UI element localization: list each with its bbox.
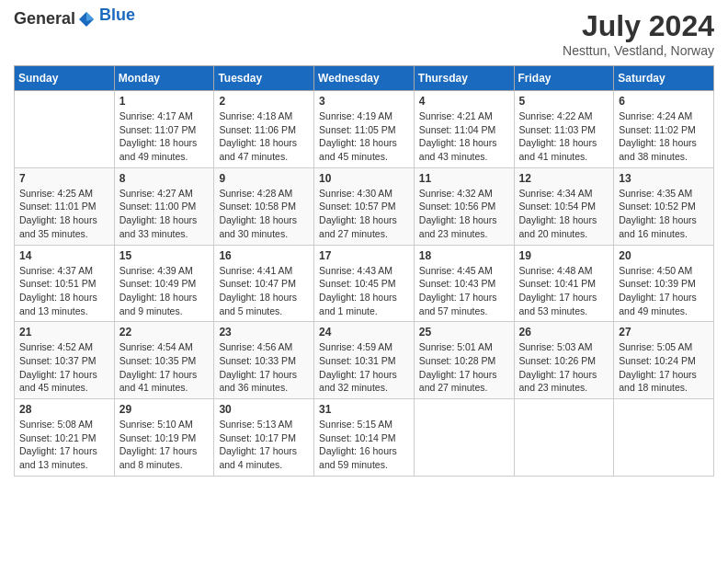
day-number: 25	[419, 326, 509, 339]
calendar-table: SundayMondayTuesdayWednesdayThursdayFrid…	[14, 65, 714, 477]
calendar-cell: 27Sunrise: 5:05 AMSunset: 10:24 PMDaylig…	[614, 322, 714, 399]
logo: General Blue	[14, 9, 135, 29]
day-info: Sunrise: 5:05 AMSunset: 10:24 PMDaylight…	[619, 340, 709, 395]
calendar-cell: 28Sunrise: 5:08 AMSunset: 10:21 PMDaylig…	[15, 399, 115, 477]
calendar-cell: 26Sunrise: 5:03 AMSunset: 10:26 PMDaylig…	[514, 322, 614, 399]
location-subtitle: Nesttun, Vestland, Norway	[563, 43, 714, 58]
column-header-sunday: Sunday	[15, 66, 115, 91]
day-info: Sunrise: 4:59 AMSunset: 10:31 PMDaylight…	[319, 340, 409, 395]
calendar-cell	[614, 399, 714, 477]
week-row-1: 1Sunrise: 4:17 AMSunset: 11:07 PMDayligh…	[15, 91, 714, 168]
day-number: 28	[19, 403, 109, 416]
header-row: SundayMondayTuesdayWednesdayThursdayFrid…	[15, 66, 714, 91]
day-number: 4	[419, 95, 509, 108]
day-info: Sunrise: 4:39 AMSunset: 10:49 PMDaylight…	[119, 264, 210, 318]
day-info: Sunrise: 4:45 AMSunset: 10:43 PMDaylight…	[419, 264, 509, 318]
calendar-cell: 25Sunrise: 5:01 AMSunset: 10:28 PMDaylig…	[414, 322, 514, 399]
week-row-3: 14Sunrise: 4:37 AMSunset: 10:51 PMDaylig…	[15, 245, 714, 322]
day-number: 19	[519, 249, 609, 262]
day-info: Sunrise: 4:35 AMSunset: 10:52 PMDaylight…	[619, 187, 709, 241]
day-number: 3	[319, 95, 409, 108]
calendar-cell: 6Sunrise: 4:24 AMSunset: 11:02 PMDayligh…	[614, 91, 714, 168]
calendar-cell: 20Sunrise: 4:50 AMSunset: 10:39 PMDaylig…	[614, 245, 714, 322]
day-info: Sunrise: 4:19 AMSunset: 11:05 PMDaylight…	[319, 109, 409, 164]
column-header-friday: Friday	[514, 66, 614, 91]
calendar-cell: 21Sunrise: 4:52 AMSunset: 10:37 PMDaylig…	[15, 322, 115, 399]
column-header-wednesday: Wednesday	[314, 66, 415, 91]
day-number: 6	[619, 95, 709, 108]
week-row-4: 21Sunrise: 4:52 AMSunset: 10:37 PMDaylig…	[15, 322, 714, 399]
day-number: 16	[219, 249, 309, 262]
day-number: 7	[19, 172, 109, 185]
day-info: Sunrise: 4:56 AMSunset: 10:33 PMDaylight…	[219, 340, 309, 395]
day-info: Sunrise: 4:30 AMSunset: 10:57 PMDaylight…	[319, 187, 409, 241]
day-number: 18	[419, 249, 509, 262]
calendar-cell: 10Sunrise: 4:30 AMSunset: 10:57 PMDaylig…	[314, 167, 415, 245]
day-number: 11	[419, 172, 509, 185]
calendar-cell: 8Sunrise: 4:27 AMSunset: 11:00 PMDayligh…	[114, 167, 214, 245]
day-info: Sunrise: 4:28 AMSunset: 10:58 PMDaylight…	[219, 187, 309, 241]
day-number: 12	[519, 172, 609, 185]
week-row-2: 7Sunrise: 4:25 AMSunset: 11:01 PMDayligh…	[15, 167, 714, 245]
day-info: Sunrise: 4:21 AMSunset: 11:04 PMDaylight…	[419, 109, 509, 164]
day-info: Sunrise: 4:41 AMSunset: 10:47 PMDaylight…	[219, 264, 309, 318]
day-number: 24	[319, 326, 409, 339]
calendar-cell: 9Sunrise: 4:28 AMSunset: 10:58 PMDayligh…	[214, 167, 314, 245]
calendar-cell: 22Sunrise: 4:54 AMSunset: 10:35 PMDaylig…	[114, 322, 214, 399]
calendar-cell: 4Sunrise: 4:21 AMSunset: 11:04 PMDayligh…	[414, 91, 514, 168]
calendar-cell: 30Sunrise: 5:13 AMSunset: 10:17 PMDaylig…	[214, 399, 314, 477]
calendar-cell: 23Sunrise: 4:56 AMSunset: 10:33 PMDaylig…	[214, 322, 314, 399]
header: General Blue July 2024 Nesttun, Vestland…	[14, 9, 714, 58]
calendar-cell: 24Sunrise: 4:59 AMSunset: 10:31 PMDaylig…	[314, 322, 415, 399]
calendar-cell	[15, 91, 115, 168]
column-header-tuesday: Tuesday	[214, 66, 314, 91]
day-number: 5	[519, 95, 609, 108]
day-number: 21	[19, 326, 109, 339]
day-number: 30	[219, 403, 309, 416]
day-number: 20	[619, 249, 709, 262]
day-number: 9	[219, 172, 309, 185]
day-number: 23	[219, 326, 309, 339]
day-number: 15	[119, 249, 210, 262]
calendar-cell: 13Sunrise: 4:35 AMSunset: 10:52 PMDaylig…	[614, 167, 714, 245]
day-info: Sunrise: 5:08 AMSunset: 10:21 PMDaylight…	[19, 418, 109, 472]
calendar-cell: 31Sunrise: 5:15 AMSunset: 10:14 PMDaylig…	[314, 399, 415, 477]
day-info: Sunrise: 4:54 AMSunset: 10:35 PMDaylight…	[119, 340, 210, 395]
calendar-cell	[514, 399, 614, 477]
day-number: 27	[619, 326, 709, 339]
day-number: 1	[119, 95, 210, 108]
day-info: Sunrise: 4:50 AMSunset: 10:39 PMDaylight…	[619, 264, 709, 318]
day-info: Sunrise: 4:18 AMSunset: 11:06 PMDaylight…	[219, 109, 309, 164]
calendar-cell: 11Sunrise: 4:32 AMSunset: 10:56 PMDaylig…	[414, 167, 514, 245]
calendar-cell: 12Sunrise: 4:34 AMSunset: 10:54 PMDaylig…	[514, 167, 614, 245]
week-row-5: 28Sunrise: 5:08 AMSunset: 10:21 PMDaylig…	[15, 399, 714, 477]
column-header-saturday: Saturday	[614, 66, 714, 91]
title-area: July 2024 Nesttun, Vestland, Norway	[563, 9, 714, 58]
day-info: Sunrise: 4:22 AMSunset: 11:03 PMDaylight…	[519, 109, 609, 164]
column-header-thursday: Thursday	[414, 66, 514, 91]
day-info: Sunrise: 5:15 AMSunset: 10:14 PMDaylight…	[319, 418, 409, 472]
day-info: Sunrise: 4:34 AMSunset: 10:54 PMDaylight…	[519, 187, 609, 241]
day-info: Sunrise: 4:27 AMSunset: 11:00 PMDaylight…	[119, 187, 210, 241]
day-info: Sunrise: 4:24 AMSunset: 11:02 PMDaylight…	[619, 109, 709, 164]
calendar-cell: 2Sunrise: 4:18 AMSunset: 11:06 PMDayligh…	[214, 91, 314, 168]
day-info: Sunrise: 4:37 AMSunset: 10:51 PMDaylight…	[19, 264, 109, 318]
logo-blue-text: Blue	[99, 6, 135, 25]
day-number: 17	[319, 249, 409, 262]
day-info: Sunrise: 4:32 AMSunset: 10:56 PMDaylight…	[419, 187, 509, 241]
day-info: Sunrise: 5:03 AMSunset: 10:26 PMDaylight…	[519, 340, 609, 395]
calendar-cell: 3Sunrise: 4:19 AMSunset: 11:05 PMDayligh…	[314, 91, 415, 168]
calendar-cell: 7Sunrise: 4:25 AMSunset: 11:01 PMDayligh…	[15, 167, 115, 245]
day-number: 14	[19, 249, 109, 262]
day-info: Sunrise: 5:10 AMSunset: 10:19 PMDaylight…	[119, 418, 210, 472]
day-info: Sunrise: 4:52 AMSunset: 10:37 PMDaylight…	[19, 340, 109, 395]
calendar-cell: 5Sunrise: 4:22 AMSunset: 11:03 PMDayligh…	[514, 91, 614, 168]
day-number: 2	[219, 95, 309, 108]
day-number: 29	[119, 403, 210, 416]
calendar-cell: 14Sunrise: 4:37 AMSunset: 10:51 PMDaylig…	[15, 245, 115, 322]
calendar-cell: 1Sunrise: 4:17 AMSunset: 11:07 PMDayligh…	[114, 91, 214, 168]
calendar-cell: 16Sunrise: 4:41 AMSunset: 10:47 PMDaylig…	[214, 245, 314, 322]
month-title: July 2024	[563, 9, 714, 43]
day-number: 13	[619, 172, 709, 185]
calendar-cell: 18Sunrise: 4:45 AMSunset: 10:43 PMDaylig…	[414, 245, 514, 322]
